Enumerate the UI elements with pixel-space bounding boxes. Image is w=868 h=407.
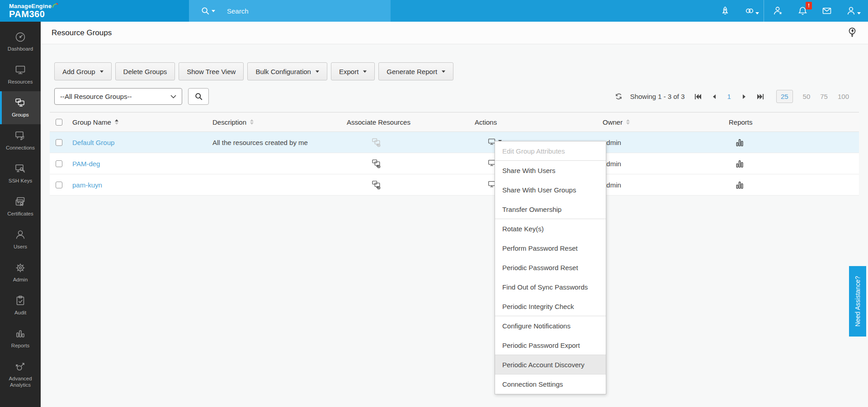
user-caret-icon [857,12,861,14]
row-checkbox[interactable] [56,139,62,146]
brand-logo[interactable]: ManageEngine PAM360 [0,0,189,22]
menu-item-find-out-of-sync-passwords[interactable]: Find Out of Sync Passwords [495,277,606,297]
menu-item-periodic-account-discovery[interactable]: Periodic Account Discovery [495,355,606,374]
add-group-button[interactable]: Add Group [54,62,112,80]
menu-item-rotate-keys[interactable]: Rotate Key(s) [495,219,606,239]
select-all-checkbox[interactable] [56,119,62,126]
associate-resources-icon[interactable] [372,180,382,190]
group-name-link[interactable]: pam-kuyn [72,181,102,189]
group-reports-icon[interactable] [735,180,745,190]
column-header-reports: Reports [729,118,753,126]
sort-icon[interactable] [626,119,630,125]
menu-item-periodic-password-reset[interactable]: Periodic Password Reset [495,258,606,277]
admin-icon [14,262,26,274]
column-header-associate-resources: Associate Resources [347,118,410,126]
search-scope-caret-icon[interactable] [212,10,215,12]
users-icon [14,229,26,241]
resources-icon [14,64,26,76]
current-page[interactable]: 1 [722,93,736,100]
sidebar-item-certificates[interactable]: Certificates [0,190,41,223]
group-owner: admin [601,181,728,189]
group-reports-icon[interactable] [735,138,745,147]
sidebar-item-ssh-keys[interactable]: SSH Keys [0,157,41,190]
group-name-link[interactable]: Default Group [72,139,114,146]
menu-item-periodic-password-export[interactable]: Periodic Password Export [495,336,606,355]
sidebar-item-advanced-analytics[interactable]: Advanced Analytics [0,355,41,394]
sidebar-item-label: Groups [12,112,29,118]
sidebar-item-groups[interactable]: Groups [0,91,41,124]
user-star-icon[interactable] [766,0,790,22]
next-page-icon[interactable] [736,94,752,99]
group-name-link[interactable]: PAM-deg [72,160,100,168]
groups-icon [14,97,26,109]
row-checkbox[interactable] [56,182,62,188]
sidebar-item-label: Advanced Analytics [4,376,37,388]
brand-line2: PAM360 [9,9,189,19]
sidebar-item-dashboard[interactable]: Dashboard [0,25,41,58]
menu-item-configure-notifications[interactable]: Configure Notifications [495,316,606,336]
rocket-icon[interactable] [713,0,737,22]
sidebar-item-audit[interactable]: Audit [0,289,41,322]
brand-swoosh-icon [52,3,58,9]
associate-resources-icon[interactable] [372,137,382,148]
generate-report-button[interactable]: Generate Report [378,62,453,80]
show-tree-view-button[interactable]: Show Tree View [179,62,244,80]
sidebar-item-reports[interactable]: Reports [0,322,41,355]
pagination: Showing 1 - 3 of 3 1 25 50 75 100 [614,90,849,103]
user-account-icon[interactable] [839,0,863,22]
group-reports-icon[interactable] [735,159,745,168]
button-label: Bulk Configuration [255,68,311,75]
search-icon [194,92,203,101]
sidebar-item-admin[interactable]: Admin [0,256,41,289]
menu-item-transfer-ownership[interactable]: Transfer Ownership [495,200,606,219]
resource-groups-table: Group Name Description Associate Resourc… [50,112,859,196]
page-size-75[interactable]: 75 [820,93,828,100]
menu-item-perform-password-reset[interactable]: Perform Password Reset [495,239,606,258]
help-lightbulb-icon[interactable] [847,27,857,39]
need-assistance-tab[interactable]: Need Assistance? [849,266,866,337]
sort-icon[interactable] [115,119,118,125]
sidebar-item-label: Admin [13,277,28,283]
menu-item-periodic-integrity-check[interactable]: Periodic Integrity Check [495,297,606,316]
sidebar-item-label: Audit [14,310,26,316]
sidebar-item-resources[interactable]: Resources [0,58,41,91]
page-size-50[interactable]: 50 [803,93,811,100]
sidebar-item-connections[interactable]: Connections [0,124,41,157]
bulk-configuration-button[interactable]: Bulk Configuration [247,62,327,80]
resource-group-filter-select[interactable]: --All Resource Groups-- [54,88,182,105]
row-checkbox[interactable] [56,160,62,167]
column-header-owner: Owner [603,118,623,126]
search-input[interactable]: Search [227,7,249,15]
refresh-icon[interactable] [614,92,623,101]
first-page-icon[interactable] [689,94,707,100]
page-header: Resource Groups [41,22,868,44]
sidebar-item-label: Resources [8,79,33,85]
associate-resources-icon[interactable] [372,159,382,169]
sort-icon[interactable] [250,119,254,125]
certificates-icon [14,196,26,208]
previous-page-icon[interactable] [707,94,722,99]
menu-item-edit-group-attributes: Edit Group Attributes [495,141,606,161]
global-search[interactable]: Search [189,0,391,22]
topbar-icon-group: ! [713,0,863,22]
sidebar-item-users[interactable]: Users [0,223,41,256]
main-content: Resource Groups Add Group Delete Groups … [41,22,868,407]
search-icon[interactable] [201,6,210,15]
notification-bell-icon[interactable]: ! [790,0,815,22]
last-page-icon[interactable] [752,94,769,100]
page-size-25[interactable]: 25 [776,90,793,103]
mail-icon[interactable] [815,0,839,22]
table-search-button[interactable] [188,88,209,105]
showing-text: Showing 1 - 3 of 3 [630,93,685,100]
delete-groups-button[interactable]: Delete Groups [115,62,175,80]
page-size-100[interactable]: 100 [838,93,849,100]
menu-item-connection-settings[interactable]: Connection Settings [495,374,606,394]
chevron-down-icon [363,70,367,73]
menu-item-share-with-users[interactable]: Share With Users [495,161,606,180]
table-row: PAM-deg admin [50,153,859,174]
export-button[interactable]: Export [331,62,375,80]
column-header-description: Description [212,118,246,126]
link-icon[interactable] [737,0,762,22]
menu-item-share-with-user-groups[interactable]: Share With User Groups [495,180,606,200]
group-owner: admin [601,160,728,168]
